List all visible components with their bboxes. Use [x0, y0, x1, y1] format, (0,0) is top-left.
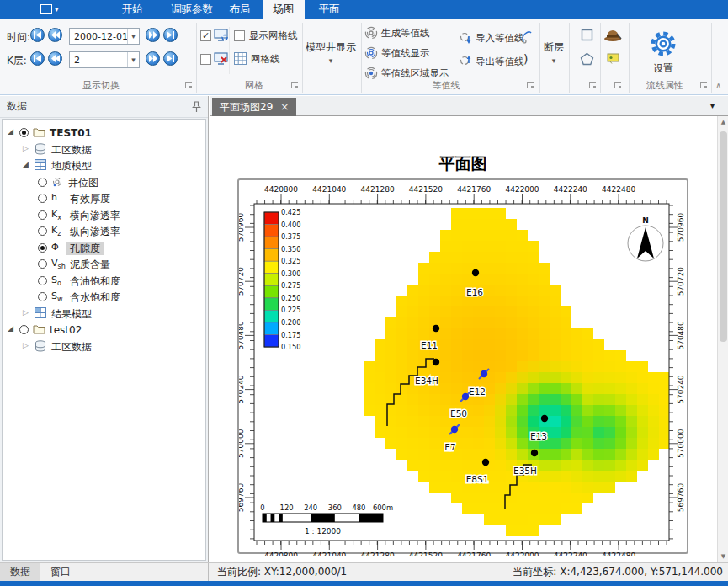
show-gridlines-checkbox[interactable] [234, 30, 245, 41]
tree-radio[interactable] [38, 178, 47, 187]
hat-tool-icon[interactable] [603, 27, 622, 42]
tree-expander-icon[interactable]: ◢ [23, 160, 29, 168]
scroll-down-icon[interactable]: ▼ [718, 553, 728, 560]
tab-start[interactable]: 开始 [113, 0, 151, 19]
tree-expander-icon[interactable]: ◢ [8, 324, 13, 333]
status-current-coords: 当前坐标: X:4,423,674.000, Y:571,144.000 [513, 563, 723, 581]
screen-hide-checkbox[interactable] [200, 54, 211, 65]
well-label: E11 [421, 340, 438, 350]
contour-edit-icon[interactable] [520, 29, 534, 45]
tree-item-横向渗透率[interactable]: Kx横向渗透率 [3, 207, 205, 223]
rectangle-shape-icon[interactable] [581, 29, 593, 41]
show-contour-button[interactable]: 等值线显示 [364, 46, 430, 60]
time-first-button[interactable] [30, 28, 45, 42]
export-contour-button[interactable]: 导出等值线 [459, 55, 524, 68]
tree-item-含油饱和度[interactable]: So含油饱和度 [3, 273, 205, 289]
x-axis-label: 4422480 [602, 185, 635, 194]
contour-dialog-launcher[interactable] [527, 82, 534, 88]
generate-contour-button[interactable]: 生成等值线 [364, 26, 430, 40]
import-contour-button[interactable]: 导入等值线 [459, 31, 524, 45]
tree-radio[interactable] [38, 194, 47, 203]
settings-button[interactable]: 设置 [633, 22, 693, 83]
tree-item-井位图[interactable]: 井位图 [3, 174, 205, 190]
settings-label: 设置 [653, 61, 673, 76]
scroll-up-icon[interactable]: ▲ [718, 119, 728, 125]
tab-list-dropdown-icon[interactable]: ▾ [710, 101, 715, 110]
legend-value: 0.175 [281, 331, 300, 339]
collapse-ribbon-icon[interactable]: ∧ [715, 81, 721, 90]
chevron-down-icon[interactable]: ▾ [127, 52, 139, 67]
tree-item-地质模型[interactable]: ◢地质模型 [3, 157, 205, 173]
tree-radio[interactable] [38, 259, 47, 269]
time-select[interactable]: 2000-12-01 ▾ [69, 28, 140, 45]
gridlines-icon[interactable] [234, 52, 247, 65]
tree-expander-icon[interactable]: ◢ [8, 127, 13, 136]
show-gridlines-label[interactable]: 显示网格线 [249, 29, 298, 42]
gridlines-button[interactable]: 网格线 [251, 53, 280, 66]
tree-radio[interactable] [38, 243, 47, 253]
panel-tab-data[interactable]: 数据 [0, 563, 40, 582]
fault-label: 断层 [544, 40, 564, 55]
pin-icon[interactable] [192, 101, 201, 113]
x-axis-label: 4422480 [602, 551, 635, 556]
streamline-dialog-launcher[interactable] [700, 82, 707, 88]
fault-button[interactable]: 断层 ▾ [540, 25, 567, 79]
klayer-select[interactable]: 2 ▾ [69, 51, 140, 68]
monitor-refresh-icon[interactable] [214, 29, 229, 42]
tree-radio[interactable] [38, 276, 47, 285]
tree-item-工区数据[interactable]: ▷工区数据 [3, 338, 205, 354]
arc-tool-icon[interactable]: ) [523, 52, 528, 66]
legend-band [264, 335, 279, 348]
klayer-first-button[interactable] [30, 51, 45, 66]
model-well-display-button[interactable]: 模型井显示 ▾ [303, 25, 359, 79]
tab-flooding-params[interactable]: 调驱参数 [162, 0, 222, 19]
document-tab-plane-map[interactable]: 平面场图29 × [212, 98, 296, 116]
chevron-down-icon[interactable]: ▾ [127, 29, 139, 44]
time-next-button[interactable] [146, 28, 160, 42]
time-prev-button[interactable] [48, 28, 62, 42]
tree-item-工区数据[interactable]: ▷工区数据 [3, 141, 205, 157]
tree-expander-icon[interactable]: ▷ [23, 144, 29, 152]
screen-display-checkbox[interactable]: ✓ [200, 30, 211, 41]
display-switch-dialog-launcher[interactable] [185, 82, 192, 88]
tree-item-label: 横向渗透率 [66, 209, 124, 222]
tab-plane[interactable]: 平面 [310, 0, 348, 19]
grid-dialog-launcher[interactable] [291, 82, 298, 88]
status-current-scale: 当前比例: XY:12,000,000/1 [217, 563, 347, 581]
panel-tab-window[interactable]: 窗口 [40, 563, 81, 582]
tree-item-有效厚度[interactable]: h有效厚度 [3, 190, 205, 206]
tree-item-纵向渗透率[interactable]: Kz纵向渗透率 [3, 223, 205, 239]
shapes-dialog-launcher[interactable] [589, 82, 596, 88]
tree-expander-icon[interactable]: ▷ [23, 308, 29, 317]
tree-item-含水饱和度[interactable]: Sw含水饱和度 [3, 289, 205, 305]
legend-value: 0.375 [281, 232, 300, 241]
tree-radio[interactable] [38, 226, 47, 236]
klayer-last-button[interactable] [163, 51, 178, 66]
klayer-next-button[interactable] [146, 51, 160, 66]
tree-item-结果模型[interactable]: ▷结果模型 [3, 306, 205, 322]
tree-item-孔隙度[interactable]: Φ孔隙度 [3, 240, 205, 256]
tree-radio[interactable] [38, 210, 47, 220]
tree-item-TEST01[interactable]: ◢TEST01 [3, 125, 205, 141]
app-menu-button[interactable]: ▾ [40, 2, 72, 17]
annotation-dialog-launcher[interactable] [614, 82, 621, 88]
tree-radio[interactable] [38, 292, 47, 301]
scrollbar-thumb[interactable] [720, 131, 727, 342]
time-last-button[interactable] [163, 28, 178, 42]
vertical-scrollbar[interactable]: ▲ ▼ [717, 116, 728, 562]
y-axis-label: 570960 [239, 213, 245, 242]
monitor-x-icon[interactable] [214, 52, 229, 66]
tree-radio[interactable] [19, 325, 29, 334]
show-contour-region-button[interactable]: 等值线区域显示 [364, 67, 449, 80]
klayer-prev-button[interactable] [48, 51, 62, 66]
tree-item-泥质含量[interactable]: Vsh泥质含量 [3, 256, 205, 272]
close-icon[interactable]: × [280, 101, 289, 113]
tree-expander-icon[interactable]: ▷ [23, 341, 29, 349]
polygon-shape-icon[interactable] [580, 52, 594, 66]
map-page[interactable]: 4420800442080044210404421040442128044212… [237, 178, 688, 554]
tab-layout[interactable]: 布局 [221, 0, 259, 19]
tab-field-map[interactable]: 场图 [263, 0, 305, 19]
tree-item-test02[interactable]: ◢test02 [3, 322, 205, 338]
label-tag-icon[interactable] [607, 53, 619, 64]
tree-radio[interactable] [19, 128, 29, 137]
